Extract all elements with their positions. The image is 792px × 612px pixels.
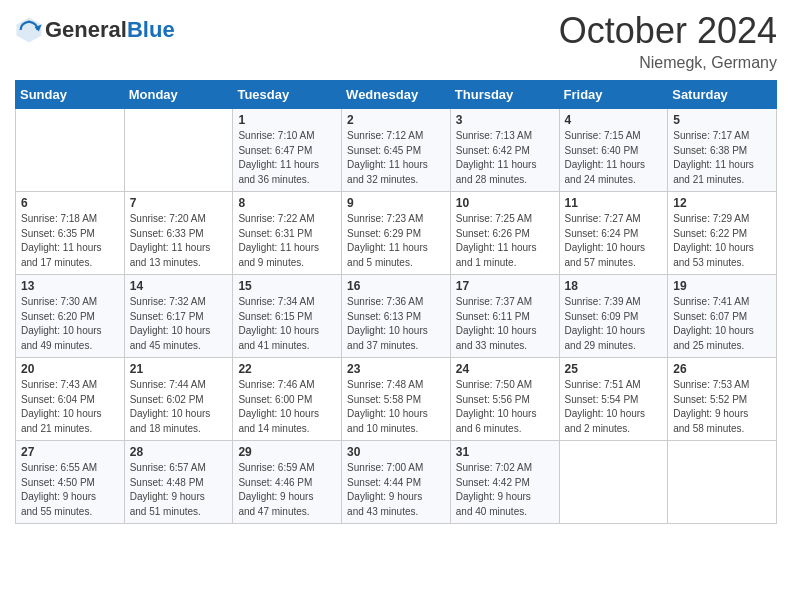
day-number: 9 [347, 196, 445, 210]
day-info: Sunrise: 7:37 AM Sunset: 6:11 PM Dayligh… [456, 295, 554, 353]
day-number: 17 [456, 279, 554, 293]
day-number: 19 [673, 279, 771, 293]
week-row-5: 27Sunrise: 6:55 AM Sunset: 4:50 PM Dayli… [16, 441, 777, 524]
day-info: Sunrise: 7:53 AM Sunset: 5:52 PM Dayligh… [673, 378, 771, 436]
day-number: 15 [238, 279, 336, 293]
day-info: Sunrise: 7:00 AM Sunset: 4:44 PM Dayligh… [347, 461, 445, 519]
calendar-cell: 7Sunrise: 7:20 AM Sunset: 6:33 PM Daylig… [124, 192, 233, 275]
day-info: Sunrise: 7:36 AM Sunset: 6:13 PM Dayligh… [347, 295, 445, 353]
day-header-saturday: Saturday [668, 81, 777, 109]
calendar-cell [559, 441, 668, 524]
day-info: Sunrise: 7:48 AM Sunset: 5:58 PM Dayligh… [347, 378, 445, 436]
day-header-friday: Friday [559, 81, 668, 109]
day-info: Sunrise: 7:15 AM Sunset: 6:40 PM Dayligh… [565, 129, 663, 187]
day-number: 7 [130, 196, 228, 210]
calendar-cell: 3Sunrise: 7:13 AM Sunset: 6:42 PM Daylig… [450, 109, 559, 192]
calendar-cell: 31Sunrise: 7:02 AM Sunset: 4:42 PM Dayli… [450, 441, 559, 524]
calendar-cell: 8Sunrise: 7:22 AM Sunset: 6:31 PM Daylig… [233, 192, 342, 275]
calendar-cell: 5Sunrise: 7:17 AM Sunset: 6:38 PM Daylig… [668, 109, 777, 192]
day-info: Sunrise: 7:41 AM Sunset: 6:07 PM Dayligh… [673, 295, 771, 353]
day-number: 3 [456, 113, 554, 127]
day-number: 23 [347, 362, 445, 376]
day-number: 27 [21, 445, 119, 459]
calendar-cell: 26Sunrise: 7:53 AM Sunset: 5:52 PM Dayli… [668, 358, 777, 441]
day-info: Sunrise: 7:13 AM Sunset: 6:42 PM Dayligh… [456, 129, 554, 187]
day-number: 5 [673, 113, 771, 127]
week-row-1: 1Sunrise: 7:10 AM Sunset: 6:47 PM Daylig… [16, 109, 777, 192]
calendar-cell: 11Sunrise: 7:27 AM Sunset: 6:24 PM Dayli… [559, 192, 668, 275]
day-number: 28 [130, 445, 228, 459]
calendar-cell: 10Sunrise: 7:25 AM Sunset: 6:26 PM Dayli… [450, 192, 559, 275]
day-header-tuesday: Tuesday [233, 81, 342, 109]
calendar-cell: 22Sunrise: 7:46 AM Sunset: 6:00 PM Dayli… [233, 358, 342, 441]
day-info: Sunrise: 7:32 AM Sunset: 6:17 PM Dayligh… [130, 295, 228, 353]
calendar-cell: 21Sunrise: 7:44 AM Sunset: 6:02 PM Dayli… [124, 358, 233, 441]
calendar-cell: 13Sunrise: 7:30 AM Sunset: 6:20 PM Dayli… [16, 275, 125, 358]
calendar-cell: 14Sunrise: 7:32 AM Sunset: 6:17 PM Dayli… [124, 275, 233, 358]
calendar-cell: 2Sunrise: 7:12 AM Sunset: 6:45 PM Daylig… [342, 109, 451, 192]
calendar-cell: 28Sunrise: 6:57 AM Sunset: 4:48 PM Dayli… [124, 441, 233, 524]
week-row-4: 20Sunrise: 7:43 AM Sunset: 6:04 PM Dayli… [16, 358, 777, 441]
logo-blue: Blue [127, 17, 175, 42]
day-number: 29 [238, 445, 336, 459]
logo: GeneralBlue [15, 16, 175, 44]
day-number: 20 [21, 362, 119, 376]
calendar-cell: 30Sunrise: 7:00 AM Sunset: 4:44 PM Dayli… [342, 441, 451, 524]
title-block: October 2024 Niemegk, Germany [559, 10, 777, 72]
day-info: Sunrise: 7:17 AM Sunset: 6:38 PM Dayligh… [673, 129, 771, 187]
day-number: 10 [456, 196, 554, 210]
day-header-wednesday: Wednesday [342, 81, 451, 109]
day-info: Sunrise: 7:29 AM Sunset: 6:22 PM Dayligh… [673, 212, 771, 270]
day-info: Sunrise: 7:34 AM Sunset: 6:15 PM Dayligh… [238, 295, 336, 353]
calendar-cell: 23Sunrise: 7:48 AM Sunset: 5:58 PM Dayli… [342, 358, 451, 441]
week-row-2: 6Sunrise: 7:18 AM Sunset: 6:35 PM Daylig… [16, 192, 777, 275]
day-info: Sunrise: 7:27 AM Sunset: 6:24 PM Dayligh… [565, 212, 663, 270]
day-number: 31 [456, 445, 554, 459]
day-info: Sunrise: 7:39 AM Sunset: 6:09 PM Dayligh… [565, 295, 663, 353]
day-info: Sunrise: 7:02 AM Sunset: 4:42 PM Dayligh… [456, 461, 554, 519]
day-header-monday: Monday [124, 81, 233, 109]
calendar-cell: 12Sunrise: 7:29 AM Sunset: 6:22 PM Dayli… [668, 192, 777, 275]
day-info: Sunrise: 7:12 AM Sunset: 6:45 PM Dayligh… [347, 129, 445, 187]
calendar-cell [668, 441, 777, 524]
calendar-cell: 1Sunrise: 7:10 AM Sunset: 6:47 PM Daylig… [233, 109, 342, 192]
calendar-cell: 4Sunrise: 7:15 AM Sunset: 6:40 PM Daylig… [559, 109, 668, 192]
month-title: October 2024 [559, 10, 777, 52]
calendar-cell: 24Sunrise: 7:50 AM Sunset: 5:56 PM Dayli… [450, 358, 559, 441]
day-number: 26 [673, 362, 771, 376]
week-row-3: 13Sunrise: 7:30 AM Sunset: 6:20 PM Dayli… [16, 275, 777, 358]
day-number: 12 [673, 196, 771, 210]
day-number: 4 [565, 113, 663, 127]
calendar-cell: 16Sunrise: 7:36 AM Sunset: 6:13 PM Dayli… [342, 275, 451, 358]
day-number: 2 [347, 113, 445, 127]
day-number: 6 [21, 196, 119, 210]
day-info: Sunrise: 7:50 AM Sunset: 5:56 PM Dayligh… [456, 378, 554, 436]
day-info: Sunrise: 7:51 AM Sunset: 5:54 PM Dayligh… [565, 378, 663, 436]
calendar-cell: 25Sunrise: 7:51 AM Sunset: 5:54 PM Dayli… [559, 358, 668, 441]
day-info: Sunrise: 7:25 AM Sunset: 6:26 PM Dayligh… [456, 212, 554, 270]
day-number: 16 [347, 279, 445, 293]
calendar-cell: 18Sunrise: 7:39 AM Sunset: 6:09 PM Dayli… [559, 275, 668, 358]
day-number: 22 [238, 362, 336, 376]
day-number: 1 [238, 113, 336, 127]
calendar-cell: 9Sunrise: 7:23 AM Sunset: 6:29 PM Daylig… [342, 192, 451, 275]
calendar-cell: 29Sunrise: 6:59 AM Sunset: 4:46 PM Dayli… [233, 441, 342, 524]
day-number: 14 [130, 279, 228, 293]
day-info: Sunrise: 6:59 AM Sunset: 4:46 PM Dayligh… [238, 461, 336, 519]
day-info: Sunrise: 7:22 AM Sunset: 6:31 PM Dayligh… [238, 212, 336, 270]
calendar-cell: 20Sunrise: 7:43 AM Sunset: 6:04 PM Dayli… [16, 358, 125, 441]
location: Niemegk, Germany [559, 54, 777, 72]
calendar-cell [16, 109, 125, 192]
day-number: 30 [347, 445, 445, 459]
day-number: 24 [456, 362, 554, 376]
day-number: 13 [21, 279, 119, 293]
day-info: Sunrise: 6:57 AM Sunset: 4:48 PM Dayligh… [130, 461, 228, 519]
day-info: Sunrise: 7:44 AM Sunset: 6:02 PM Dayligh… [130, 378, 228, 436]
day-info: Sunrise: 7:18 AM Sunset: 6:35 PM Dayligh… [21, 212, 119, 270]
day-info: Sunrise: 7:30 AM Sunset: 6:20 PM Dayligh… [21, 295, 119, 353]
calendar-cell: 15Sunrise: 7:34 AM Sunset: 6:15 PM Dayli… [233, 275, 342, 358]
page-header: GeneralBlue October 2024 Niemegk, German… [15, 10, 777, 72]
day-header-sunday: Sunday [16, 81, 125, 109]
calendar-header-row: SundayMondayTuesdayWednesdayThursdayFrid… [16, 81, 777, 109]
day-header-thursday: Thursday [450, 81, 559, 109]
